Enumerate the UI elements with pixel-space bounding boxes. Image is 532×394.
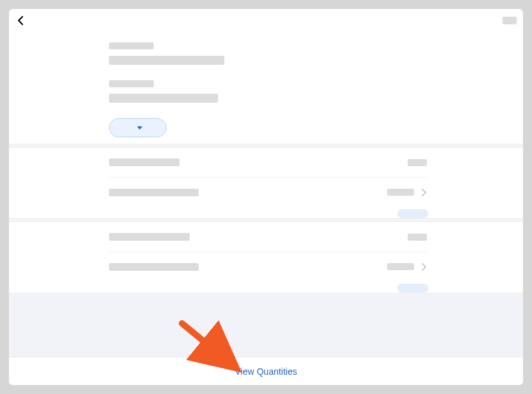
list-row[interactable] (109, 177, 427, 207)
tag-placeholder (397, 284, 428, 293)
row-value-placeholder (408, 159, 427, 166)
status-dropdown[interactable] (109, 118, 167, 137)
chevron-right-icon (420, 263, 427, 271)
header-info (9, 32, 523, 144)
row-value-placeholder (387, 189, 414, 196)
field-label-placeholder (109, 42, 154, 49)
list-section-1 (9, 148, 523, 218)
field-label-placeholder (109, 80, 154, 87)
field-group-1 (109, 42, 427, 65)
chevron-right-icon (420, 189, 427, 196)
row-label-placeholder (109, 263, 199, 271)
topbar-action-placeholder[interactable] (503, 17, 517, 24)
list-row[interactable] (109, 252, 427, 281)
view-quantities-link[interactable]: View Quantities (235, 366, 297, 377)
row-label-placeholder (109, 158, 179, 166)
caret-down-icon (137, 126, 142, 130)
row-label-placeholder (109, 233, 190, 241)
footer-bar: View Quantities (9, 357, 523, 385)
row-value-placeholder (408, 234, 427, 241)
list-row[interactable] (109, 148, 427, 177)
list-section-2 (9, 222, 523, 293)
back-button[interactable] (15, 15, 27, 26)
tag-placeholder (397, 209, 428, 218)
row-value-placeholder (387, 263, 414, 270)
field-group-2 (109, 80, 427, 103)
row-label-placeholder (109, 189, 199, 196)
list-row[interactable] (109, 222, 427, 252)
empty-area (9, 293, 523, 357)
topbar (9, 9, 523, 32)
field-value-placeholder (109, 56, 224, 65)
field-value-placeholder (109, 94, 218, 103)
chevron-left-icon (15, 15, 27, 26)
app-window: View Quantities (9, 9, 523, 385)
